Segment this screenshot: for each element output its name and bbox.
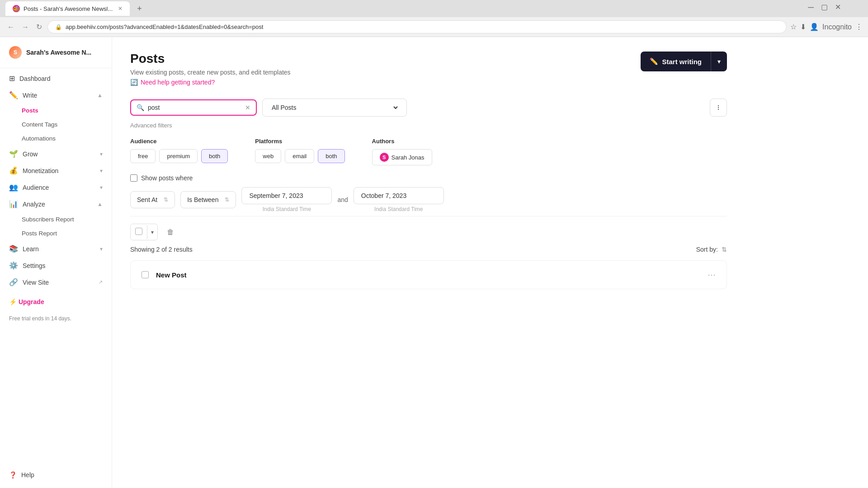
audience-free-button[interactable]: free [130, 149, 156, 163]
bulk-actions-row: ▾ 🗑 [130, 216, 727, 246]
platforms-email-button[interactable]: email [285, 149, 314, 163]
sidebar-item-help[interactable]: ❓ Help [0, 467, 112, 483]
platforms-both-button[interactable]: both [318, 149, 344, 163]
sidebar-item-label: Dashboard [19, 75, 51, 82]
download-icon[interactable]: ⬇ [800, 23, 806, 31]
sidebar-item-label: Learn [23, 245, 39, 253]
sidebar-item-learn[interactable]: 📚 Learn ▾ [0, 240, 112, 257]
platforms-buttons: web email both [255, 149, 344, 163]
sidebar-item-posts-report[interactable]: Posts Report [0, 226, 112, 240]
sidebar-item-subscribers-report[interactable]: Subscribers Report [0, 212, 112, 226]
minimize-button[interactable]: ─ [808, 3, 814, 12]
filter-columns-button[interactable]: ⫶ [710, 99, 727, 117]
author-sarah-button[interactable]: S Sarah Jonas [372, 149, 432, 165]
upgrade-button[interactable]: ⚡ Upgrade [5, 294, 106, 310]
delete-button[interactable]: 🗑 [163, 225, 178, 240]
sidebar-item-label: Analyze [23, 201, 45, 208]
bulk-chevron-button[interactable]: ▾ [147, 225, 157, 239]
upgrade-section: ⚡ Upgrade [5, 294, 106, 310]
url-text: app.beehiiv.com/posts?advancedEnabled=1&… [66, 23, 263, 30]
browser-chrome: 🐝 Posts - Sarah's Awesome Newsl... ✕ + ─… [0, 0, 868, 37]
help-icon: ❓ [9, 471, 17, 479]
sidebar-item-audience[interactable]: 👥 Audience ▾ [0, 179, 112, 196]
profile-icon[interactable]: 👤 [810, 23, 819, 31]
and-label: and [337, 196, 348, 203]
back-button[interactable]: ← [5, 21, 16, 33]
maximize-button[interactable]: ▢ [821, 3, 828, 12]
posts-type-select[interactable]: All Posts [262, 99, 407, 117]
sidebar-item-label: Monetization [23, 167, 58, 174]
more-options-icon[interactable]: ⋮ [855, 23, 863, 31]
chevron-down-icon: ▾ [100, 168, 103, 174]
bulk-checkbox-button[interactable] [131, 224, 147, 240]
show-posts-checkbox[interactable] [130, 174, 137, 182]
lock-icon: 🔒 [55, 24, 62, 30]
sidebar-item-dashboard[interactable]: ⊞ Dashboard [0, 70, 112, 87]
start-writing-main: ✏️ Start writing [641, 52, 711, 71]
help-link[interactable]: 🔄 Need help getting started? [130, 79, 291, 86]
filter-columns-icon: ⫶ [717, 103, 720, 111]
sidebar-item-label: Grow [23, 150, 38, 158]
platforms-label: Platforms [255, 138, 344, 145]
sidebar-item-settings[interactable]: ⚙️ Settings [0, 257, 112, 274]
main-content: Posts View existing posts, create new po… [112, 37, 868, 488]
tab-close-button[interactable]: ✕ [118, 5, 123, 12]
date-from-input[interactable] [241, 187, 332, 204]
sidebar-item-analyze[interactable]: 📊 Analyze ▲ [0, 196, 112, 212]
audience-icon: 👥 [9, 183, 18, 192]
audience-premium-button[interactable]: premium [159, 149, 198, 163]
condition-label: Is Between [187, 196, 218, 203]
date-to-input[interactable] [354, 187, 444, 204]
address-bar[interactable]: 🔒 app.beehiiv.com/posts?advancedEnabled=… [47, 20, 787, 33]
analyze-icon: 📊 [9, 200, 18, 208]
forward-button[interactable]: → [20, 21, 31, 33]
audience-buttons: free premium both [130, 149, 228, 163]
sidebar-item-label: Audience [23, 184, 49, 191]
start-writing-dropdown-button[interactable]: ▾ [711, 52, 727, 71]
posts-type-dropdown[interactable]: All Posts [270, 103, 399, 112]
post-more-options-button[interactable]: ⋯ [708, 270, 716, 280]
search-input[interactable] [148, 104, 241, 111]
advanced-filters-label[interactable]: Advanced filters [130, 122, 727, 129]
post-card[interactable]: New Post ⋯ [130, 260, 727, 289]
platforms-web-button[interactable]: web [255, 149, 281, 163]
pen-icon: ✏️ [650, 57, 658, 66]
brand-avatar: S [9, 46, 22, 59]
post-checkbox[interactable] [142, 271, 149, 278]
checkbox-icon [135, 228, 142, 235]
post-title: New Post [156, 271, 187, 279]
start-writing-label: Start writing [662, 58, 702, 66]
sidebar-item-grow[interactable]: 🌱 Grow ▾ [0, 145, 112, 162]
platforms-filter: Platforms web email both [255, 138, 344, 163]
incognito-label[interactable]: Incognito [822, 23, 852, 31]
page-header-left: Posts View existing posts, create new po… [130, 52, 291, 86]
page-subtitle: View existing posts, create new posts, a… [130, 69, 291, 76]
sent-at-select[interactable]: Sent At ⇅ [130, 191, 175, 208]
sidebar: S Sarah's Awesome N... ⊞ Dashboard ✏️ Wr… [0, 37, 112, 488]
condition-select[interactable]: Is Between ⇅ [180, 191, 236, 208]
sidebar-item-content-tags[interactable]: Content Tags [0, 117, 112, 131]
sort-icon[interactable]: ⇅ [722, 246, 727, 253]
sidebar-item-automations[interactable]: Automations [0, 131, 112, 145]
search-clear-button[interactable]: ✕ [245, 104, 250, 111]
audience-both-button[interactable]: both [201, 149, 228, 163]
bookmark-icon[interactable]: ☆ [790, 23, 797, 31]
reload-button[interactable]: ↻ [34, 21, 44, 33]
brand-name: Sarah's Awesome N... [26, 49, 91, 56]
sidebar-item-monetization[interactable]: 💰 Monetization ▾ [0, 162, 112, 179]
start-writing-button[interactable]: ✏️ Start writing ▾ [641, 52, 727, 71]
sidebar-item-posts[interactable]: Posts [0, 103, 112, 117]
new-tab-button[interactable]: + [133, 2, 146, 15]
sent-at-label: Sent At [137, 196, 157, 203]
audience-label: Audience [130, 138, 228, 145]
date-from-wrap: India Standard Time [241, 187, 332, 212]
sort-section: Sort by: ⇅ [696, 246, 727, 253]
trash-icon: 🗑 [167, 228, 174, 236]
sidebar-item-write[interactable]: ✏️ Write ▲ [0, 87, 112, 103]
sidebar-item-label: Write [23, 92, 37, 99]
sidebar-item-view-site[interactable]: 🔗 View Site ↗ [0, 274, 112, 291]
browser-actions: ☆ ⬇ 👤 Incognito ⋮ [790, 23, 863, 31]
browser-tab[interactable]: 🐝 Posts - Sarah's Awesome Newsl... ✕ [5, 1, 130, 16]
close-button[interactable]: ✕ [835, 3, 841, 12]
date-filter-row: Sent At ⇅ Is Between ⇅ India Standard Ti… [130, 187, 727, 212]
